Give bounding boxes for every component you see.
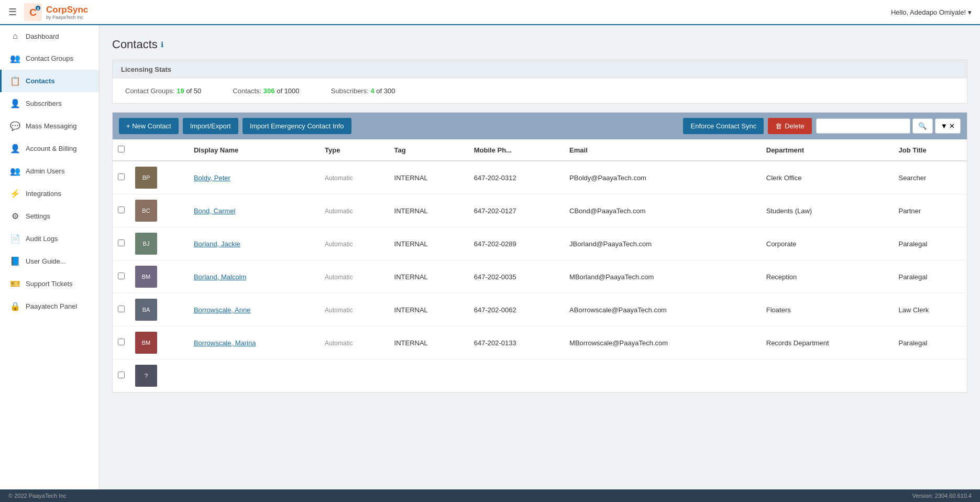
hamburger-menu[interactable]: ☰ [8, 6, 17, 18]
enforce-sync-button[interactable]: Enforce Contact Sync [683, 118, 764, 134]
table-row: BC Bond, Carmel Automatic INTERNAL 647-2… [113, 194, 967, 227]
new-contact-button[interactable]: + New Contact [119, 118, 179, 134]
sidebar-item-user-guide[interactable]: 📘User Guide... [0, 250, 99, 272]
sidebar-item-subscribers[interactable]: 👤Subscribers [0, 92, 99, 115]
user-menu[interactable]: Hello, Adedapo Omiyale! ▾ [891, 8, 972, 16]
email-cell: ABorrowscale@PaayaTech.com [564, 293, 761, 326]
mobile-cell: 647-202-0312 [469, 161, 564, 194]
department-cell: Reception [761, 260, 894, 293]
subscribers-total: of 300 [376, 87, 395, 95]
contact-groups-label: Contact Groups: [125, 87, 175, 95]
row-checkbox-cell [113, 161, 130, 194]
page-title: Contacts [112, 38, 158, 51]
sidebar-item-settings[interactable]: ⚙Settings [0, 205, 99, 227]
sidebar-item-contacts[interactable]: 📋Contacts [0, 70, 99, 92]
display-name-cell: Bond, Carmel [189, 194, 320, 227]
sidebar: ⌂Dashboard👥Contact Groups📋Contacts👤Subsc… [0, 25, 100, 489]
licensing-header: Licensing Stats [113, 60, 967, 79]
sidebar-item-integrations[interactable]: ⚡Integrations [0, 182, 99, 205]
select-all-checkbox[interactable] [118, 146, 125, 152]
sidebar-item-support-tickets[interactable]: 🎫Support Tickets [0, 272, 99, 295]
mobile-cell: 647-202-0062 [469, 293, 564, 326]
type-value: Automatic [325, 307, 353, 314]
sidebar-item-dashboard[interactable]: ⌂Dashboard [0, 25, 99, 47]
type-cell: Automatic [320, 194, 389, 227]
contacts-table-container: + New Contact Import/Export Import Emerg… [112, 112, 967, 393]
job-title-cell: Law Clerk [893, 293, 967, 326]
contact-avatar: BM [135, 332, 157, 354]
search-input[interactable] [816, 118, 910, 134]
sidebar-item-account-billing[interactable]: 👤Account & Billing [0, 137, 99, 160]
row-checkbox-5[interactable] [118, 305, 125, 312]
page-title-area: Contacts ℹ [112, 38, 967, 51]
table-row: BM Borrowscale, Marina Automatic INTERNA… [113, 326, 967, 359]
sidebar-item-mass-messaging[interactable]: 💬Mass Messaging [0, 115, 99, 137]
contact-groups-stat: Contact Groups: 19 of 50 [125, 87, 201, 95]
sidebar-item-contact-groups[interactable]: 👥Contact Groups [0, 47, 99, 70]
sidebar-icon-subscribers: 👤 [10, 99, 20, 108]
email-cell: CBond@PaayaTech.com [564, 194, 761, 227]
sidebar-item-audit-logs[interactable]: 📄Audit Logs [0, 227, 99, 250]
row-checkbox-4[interactable] [118, 272, 125, 279]
table-row: BJ Borland, Jackie Automatic INTERNAL 64… [113, 227, 967, 260]
row-checkbox-7[interactable] [118, 372, 125, 378]
svg-text:S: S [37, 7, 39, 10]
select-all-header [113, 139, 130, 161]
type-value: Automatic [325, 274, 353, 281]
import-export-button[interactable]: Import/Export [183, 118, 238, 134]
sidebar-label-support-tickets: Support Tickets [26, 280, 73, 288]
row-checkbox-3[interactable] [118, 239, 125, 246]
import-emergency-button[interactable]: Import Emergency Contact Info [243, 118, 351, 134]
sidebar-icon-integrations: ⚡ [10, 189, 20, 199]
row-checkbox-2[interactable] [118, 206, 125, 213]
mobile-cell: 647-202-0035 [469, 260, 564, 293]
contact-link-1[interactable]: Boldy, Peter [194, 174, 230, 182]
sidebar-icon-mass-messaging: 💬 [10, 121, 20, 131]
sidebar-label-integrations: Integrations [26, 190, 61, 198]
sidebar-label-paayatech-panel: Paayatech Panel [26, 302, 77, 310]
sidebar-item-admin-users[interactable]: 👥Admin Users [0, 160, 99, 182]
sidebar-label-user-guide: User Guide... [26, 257, 66, 265]
filter-button[interactable]: ▼ ✕ [935, 118, 961, 134]
contact-link-6[interactable]: Borrowscale, Marina [194, 339, 256, 347]
contacts-toolbar: + New Contact Import/Export Import Emerg… [113, 113, 967, 139]
sidebar-item-paayatech-panel[interactable]: 🔒Paayatech Panel [0, 295, 99, 318]
table-header: Display Name Type Tag Mobile Ph... Email… [113, 139, 967, 161]
mobile-cell: 647-202-0133 [469, 326, 564, 359]
tag-cell: INTERNAL [389, 260, 469, 293]
display-name-cell: Boldy, Peter [189, 161, 320, 194]
main-layout: ⌂Dashboard👥Contact Groups📋Contacts👤Subsc… [0, 25, 980, 489]
contact-link-3[interactable]: Borland, Jackie [194, 240, 240, 248]
contact-avatar: BC [135, 200, 157, 222]
avatar-cell: BC [130, 194, 189, 227]
search-button[interactable]: 🔍 [912, 118, 933, 134]
email-cell: MBorrowscale@PaayaTech.com [564, 326, 761, 359]
contacts-table: Display Name Type Tag Mobile Ph... Email… [113, 139, 967, 392]
contact-link-4[interactable]: Borland, Malcolm [194, 273, 246, 281]
avatar-cell: BM [130, 326, 189, 359]
logo-byline: by PaayaTech Inc [46, 15, 88, 20]
type-col-header: Type [320, 139, 389, 161]
row-checkbox-6[interactable] [118, 339, 125, 345]
type-value: Automatic [325, 340, 353, 347]
contacts-current: 306 [263, 87, 275, 95]
row-checkbox-1[interactable] [118, 173, 125, 180]
email-cell: MBorland@PaayaTech.com [564, 260, 761, 293]
sidebar-icon-support-tickets: 🎫 [10, 279, 20, 289]
delete-button[interactable]: 🗑 Delete [768, 118, 812, 134]
delete-label: Delete [785, 122, 805, 130]
contact-link-5[interactable]: Borrowscale, Anne [194, 306, 250, 314]
logo-name: CorpSync [46, 5, 88, 15]
row-checkbox-cell [113, 326, 130, 359]
display-name-cell [189, 359, 320, 392]
contact-link-2[interactable]: Bond, Carmel [194, 207, 235, 215]
row-checkbox-cell [113, 359, 130, 392]
clear-filter-icon: ✕ [949, 122, 955, 130]
sidebar-icon-contacts: 📋 [10, 76, 20, 86]
type-value: Automatic [325, 208, 353, 215]
sidebar-label-subscribers: Subscribers [26, 100, 62, 107]
info-icon[interactable]: ℹ [161, 40, 163, 49]
sidebar-icon-contact-groups: 👥 [10, 53, 20, 63]
type-cell: Automatic [320, 161, 389, 194]
department-cell: Floaters [761, 293, 894, 326]
